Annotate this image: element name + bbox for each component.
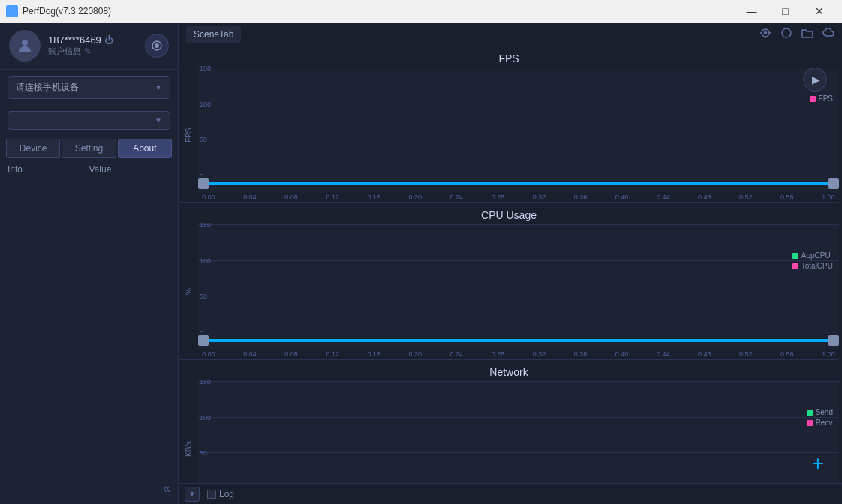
cpu-chart-grid: 150 100 50 0: [198, 224, 839, 332]
fps-timeline-handle-right[interactable]: [828, 178, 839, 189]
fps-x-axis: 0:00 0:04 0:08 0:12 0:16 0:20 0:24 0:28 …: [198, 192, 839, 202]
send-legend-label: Send: [816, 408, 833, 416]
cpu-x-44: 0:44: [653, 350, 674, 358]
log-arrow-button[interactable]: ▼: [185, 487, 200, 502]
cpu-x-8: 0:08: [281, 350, 302, 358]
cpu-chart-title: CPU Usage: [179, 203, 839, 224]
recv-dot: [807, 420, 813, 426]
log-label: Log: [219, 489, 234, 500]
play-button[interactable]: ▶: [803, 68, 827, 92]
cpu-x-4: 0:04: [239, 350, 260, 358]
network-chart-inner: 150 100 50 0 Send: [198, 381, 839, 483]
cpu-x-0: 0:00: [198, 350, 219, 358]
app-dropdown[interactable]: ▼: [8, 111, 170, 130]
info-value-header: Info Value: [0, 161, 178, 178]
fps-chart-title: FPS: [179, 46, 839, 68]
cpu-legend-appcpu: AppCPU: [792, 251, 833, 260]
scene-tab-icons: [759, 27, 834, 42]
username-label: 187****6469 ⏻: [48, 34, 137, 46]
play-icon: ▶: [812, 74, 820, 86]
minimize-button[interactable]: —: [735, 0, 768, 22]
cpu-chart-inner: 150 100 50 0 AppCPU: [198, 224, 839, 359]
tab-device[interactable]: Device: [6, 139, 60, 158]
cpu-timeline-handle-left[interactable]: [198, 335, 209, 346]
cpu-x-12: 0:12: [322, 350, 343, 358]
device-dropdown-text: 请连接手机设备: [16, 81, 79, 94]
cloud-icon[interactable]: [822, 27, 834, 42]
cpu-x-axis: 0:00 0:04 0:08 0:12 0:16 0:20 0:24 0:28 …: [198, 349, 839, 359]
fps-chart-section: FPS FPS 150 100 50 0: [179, 46, 839, 203]
collapse-button[interactable]: «: [163, 481, 170, 496]
avatar: [9, 30, 41, 62]
network-y-label: KB/s: [185, 381, 198, 483]
svg-point-9: [782, 28, 791, 38]
tabs-row: Device Setting About: [6, 139, 172, 158]
svg-point-0: [22, 40, 28, 46]
svg-point-2: [155, 44, 159, 48]
send-dot: [807, 410, 813, 416]
device-dropdown-arrow: ▼: [155, 83, 162, 92]
cpu-timeline-handle-right[interactable]: [828, 335, 839, 346]
cpu-x-100: 1:00: [818, 350, 839, 358]
cpu-chart-section: CPU Usage % 150 100 50 0: [179, 203, 839, 360]
charts-area[interactable]: FPS FPS 150 100 50 0: [179, 46, 842, 483]
network-legend: Send Recv: [807, 408, 833, 427]
power-icon[interactable]: ⏻: [104, 35, 113, 46]
app-container: 187****6469 ⏻ 账户信息 ✎ 请连接手机设备 ▼: [0, 22, 842, 504]
main-content: SceneTab: [179, 22, 842, 504]
titlebar-title: PerfDog(v7.3.220808): [23, 6, 111, 16]
close-button[interactable]: ✕: [802, 0, 836, 22]
cpu-x-32: 0:32: [529, 350, 550, 358]
fps-chart-inner: 150 100 50 0 FPS: [198, 68, 839, 202]
log-arrow-icon: ▼: [188, 490, 196, 498]
cpu-legend: AppCPU TotalCPU: [792, 251, 833, 270]
fps-y-50: 50: [200, 136, 207, 143]
fps-x-36: 0:36: [570, 194, 591, 201]
maximize-button[interactable]: □: [768, 0, 802, 22]
cpu-x-48: 0:48: [694, 350, 715, 358]
fps-x-44: 0:44: [653, 194, 674, 201]
fps-timeline[interactable]: [198, 176, 839, 192]
cpu-timeline[interactable]: [198, 332, 839, 349]
fps-x-16: 0:16: [363, 194, 384, 201]
locate-icon[interactable]: [759, 27, 771, 42]
add-icon: +: [812, 452, 824, 476]
cpu-x-28: 0:28: [487, 350, 508, 358]
cpu-x-24: 0:24: [446, 350, 467, 358]
scene-tab-bar: SceneTab: [179, 22, 842, 46]
cpu-y-100: 100: [200, 257, 211, 265]
scene-tab[interactable]: SceneTab: [186, 26, 241, 43]
fps-x-4: 0:04: [239, 194, 260, 201]
log-checkbox-area: Log: [207, 489, 234, 500]
cpu-x-20: 0:20: [404, 350, 426, 358]
add-chart-button[interactable]: +: [804, 450, 831, 477]
fps-x-48: 0:48: [694, 194, 715, 201]
log-bar: ▼ Log: [179, 483, 842, 504]
account-text: 账户信息: [48, 46, 81, 57]
username-text: 187****6469: [48, 34, 101, 46]
circle-icon[interactable]: [780, 27, 792, 42]
fps-dot: [810, 96, 816, 102]
device-dropdown[interactable]: 请连接手机设备 ▼: [8, 76, 170, 99]
sidebar-collapse-area: «: [0, 473, 178, 504]
fps-timeline-handle-left[interactable]: [198, 178, 209, 189]
fps-x-0: 0:00: [198, 194, 219, 201]
tab-setting[interactable]: Setting: [62, 139, 116, 158]
folder-icon[interactable]: [801, 27, 813, 42]
app-dropdown-arrow: ▼: [155, 116, 162, 124]
cpu-legend-totalcpu: TotalCPU: [792, 262, 833, 270]
user-section: 187****6469 ⏻ 账户信息 ✎: [0, 22, 178, 70]
fps-y-label: FPS: [185, 68, 198, 202]
edit-icon[interactable]: ✎: [84, 46, 91, 56]
cpu-x-52: 0:52: [735, 350, 756, 358]
user-info: 187****6469 ⏻ 账户信息 ✎: [48, 34, 137, 57]
fps-x-8: 0:08: [281, 194, 302, 201]
cpu-y-label: %: [185, 224, 198, 359]
fps-chart-grid: 150 100 50 0: [198, 68, 839, 176]
record-button[interactable]: [145, 34, 169, 58]
account-info: 账户信息 ✎: [48, 46, 137, 57]
log-checkbox[interactable]: [207, 490, 216, 499]
network-legend-send: Send: [807, 408, 833, 416]
appcpu-legend-label: AppCPU: [801, 251, 831, 260]
tab-about[interactable]: About: [118, 139, 172, 158]
